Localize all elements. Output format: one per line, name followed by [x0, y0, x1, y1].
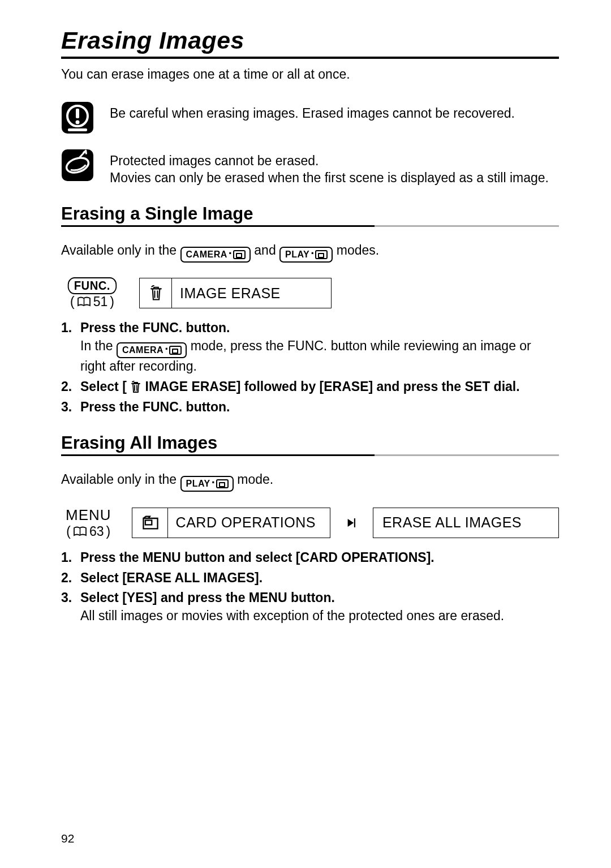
section2-steps: Press the MENU button and select [CARD O… [61, 549, 559, 625]
erase-all-menu-box: ERASE ALL IMAGES [373, 508, 559, 538]
section1-steps: Press the FUNC. button. In the CAMERA · … [61, 320, 559, 416]
image-erase-menu-box: IMAGE ERASE [139, 278, 332, 308]
section1-menu-path: FUNC. ( 51) IMAGE ERASE [61, 277, 559, 310]
camera-card-mode-badge: CAMERA · [117, 342, 187, 358]
func-block: FUNC. ( 51) [61, 277, 123, 310]
svg-rect-9 [145, 520, 151, 525]
step2-post: IMAGE ERASE] followed by [ERASE] and pre… [141, 379, 519, 394]
book-icon [73, 526, 87, 536]
step2-head: Select [ IMAGE ERASE] followed by [ERASE… [80, 379, 559, 396]
s2-step1-head: Press the MENU button and select [CARD O… [80, 549, 559, 566]
page-title: Erasing Images [61, 27, 569, 54]
step2-pre: Select [ [80, 379, 130, 394]
trash-icon [130, 381, 141, 393]
avail-post: modes. [337, 243, 379, 257]
svg-point-3 [76, 121, 80, 124]
section2-menu-path: MENU ( 63) CARD OPERATIONS ERASE ALL IMA… [61, 506, 559, 539]
menu-block: MENU ( 63) [61, 506, 116, 539]
card-icon [169, 346, 182, 355]
menu-label: MENU [66, 506, 111, 523]
title-rule [61, 57, 559, 59]
step-item: Select [ERASE ALL IMAGES]. [61, 570, 559, 587]
avail-post: mode. [237, 472, 273, 487]
image-erase-label: IMAGE ERASE [180, 285, 281, 302]
card-operations-label: CARD OPERATIONS [176, 514, 316, 531]
step-item: Select [YES] and press the MENU button. … [61, 590, 559, 625]
erase-all-label: ERASE ALL IMAGES [382, 514, 522, 531]
s2-step2-head: Select [ERASE ALL IMAGES]. [80, 570, 559, 587]
svg-rect-2 [76, 109, 79, 118]
mode-camera-label: CAMERA [122, 345, 163, 356]
warning-callout: Be careful when erasing images. Erased i… [61, 101, 559, 134]
avail-pre: Available only in the [61, 243, 180, 257]
section1-rule [61, 225, 559, 227]
warning-line: Be careful when erasing images. Erased i… [110, 105, 515, 122]
step1-body: In the CAMERA · mode, press the FUNC. bu… [80, 338, 559, 375]
step-item: Press the FUNC. button. [61, 399, 559, 416]
play-card-mode-badge: PLAY · [279, 247, 333, 263]
step3-head: Press the FUNC. button. [80, 399, 559, 416]
step1-head: Press the FUNC. button. [80, 320, 559, 337]
step-item: Press the MENU button and select [CARD O… [61, 549, 559, 566]
play-card-mode-badge: PLAY · [180, 476, 234, 492]
page-intro: You can erase images one at a time or al… [61, 67, 559, 82]
sdcard-icon [141, 515, 160, 530]
avail-mid: and [254, 243, 279, 257]
continue-arrow-icon [346, 517, 357, 529]
card-operations-menu-box: CARD OPERATIONS [132, 508, 330, 538]
note-line2: Movies can only be erased when the first… [110, 169, 549, 186]
note-line1: Protected images cannot be erased. [110, 152, 549, 169]
func-badge: FUNC. [68, 277, 117, 294]
mode-play-label: PLAY [285, 250, 309, 260]
note-icon [61, 149, 94, 182]
menu-pageref: ( 63) [66, 524, 110, 539]
s2-step3-body: All still images or movies with exceptio… [80, 608, 559, 625]
section1-heading: Erasing a Single Image [61, 204, 559, 224]
func-page: 51 [93, 294, 108, 310]
book-icon [77, 297, 91, 307]
avail-pre: Available only in the [61, 472, 180, 487]
section2-availability: Available only in the PLAY · mode. [61, 472, 559, 492]
section1-availability: Available only in the CAMERA · and PLAY … [61, 243, 559, 263]
menu-page: 63 [89, 524, 104, 539]
card-icon [233, 250, 246, 259]
note-callout: Protected images cannot be erased. Movie… [61, 149, 559, 187]
step-item: Press the FUNC. button. In the CAMERA · … [61, 320, 559, 375]
svg-rect-4 [68, 128, 87, 131]
trash-icon [149, 285, 163, 301]
step-item: Select [ IMAGE ERASE] followed by [ERASE… [61, 379, 559, 396]
s2-step3-head: Select [YES] and press the MENU button. [80, 590, 559, 607]
step1-body-pre: In the [80, 338, 117, 353]
section2-heading: Erasing All Images [61, 433, 559, 453]
mode-play-label: PLAY [186, 479, 210, 489]
mode-camera-label: CAMERA [186, 250, 227, 260]
note-text: Protected images cannot be erased. Movie… [110, 149, 549, 187]
func-pageref: ( 51) [70, 294, 114, 310]
section2-rule [61, 454, 559, 456]
warning-text: Be careful when erasing images. Erased i… [110, 101, 515, 122]
page-number: 92 [61, 832, 74, 845]
camera-card-mode-badge: CAMERA · [180, 247, 251, 263]
card-icon [315, 250, 328, 259]
card-icon [216, 479, 229, 488]
warning-icon [61, 101, 94, 134]
